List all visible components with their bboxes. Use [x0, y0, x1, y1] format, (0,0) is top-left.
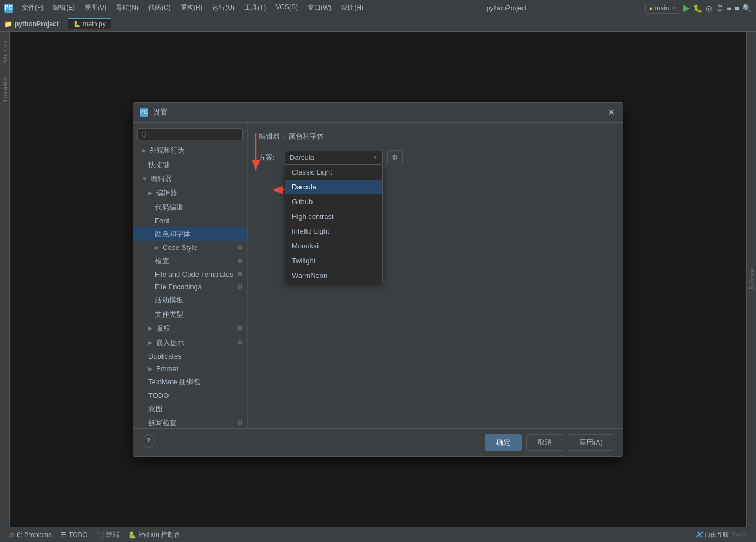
tree-item-inlay-hints[interactable]: ▶ 嵌入提示 ⚙: [133, 336, 247, 350]
scheme-dropdown-button[interactable]: Darcula ▼: [285, 151, 383, 164]
tree-item-file-templates[interactable]: File and Code Templates ⚙: [133, 268, 247, 281]
more-button[interactable]: ≡: [727, 4, 731, 13]
tree-item-colors-fonts[interactable]: 颜色和字体: [133, 227, 247, 241]
dropdown-item-classic[interactable]: Classic Light: [285, 165, 382, 180]
run-button[interactable]: ▶: [683, 3, 690, 13]
copyright-badge: ⚙: [237, 325, 243, 332]
logo-icon: ✕: [694, 529, 703, 541]
menu-code[interactable]: 代码(C): [144, 2, 175, 14]
dropdown-item-github[interactable]: Github: [285, 194, 382, 209]
file-tab[interactable]: 🐍 main.py: [68, 18, 111, 29]
dropdown-item-monokai[interactable]: Monokai: [285, 239, 382, 253]
code-style-badge: ⚙: [237, 244, 243, 251]
logo-text: 自由互联: [705, 531, 729, 539]
menu-run[interactable]: 运行(U): [208, 2, 239, 14]
search-button[interactable]: 🔍: [742, 4, 752, 13]
search-area: [133, 125, 247, 144]
profile-button[interactable]: ⏱: [716, 4, 723, 13]
structure-tab[interactable]: Structure: [1, 37, 9, 66]
dialog-titlebar: PC 设置 ✕: [133, 103, 623, 123]
tree-item-appearance[interactable]: ▶ 外观和行为: [133, 144, 247, 158]
expand-arrow: ▼: [142, 176, 147, 182]
tabbar: 📁 pythonProject 🐍 main.py: [0, 16, 756, 32]
dropdown-item-warmneon[interactable]: WarmNeon: [285, 268, 382, 283]
tree-item-todo[interactable]: TODO: [133, 389, 247, 402]
tree-item-textmate[interactable]: TextMate 捆绑包: [133, 375, 247, 389]
tree-item-font[interactable]: Font: [133, 215, 247, 227]
tree-item-spellcheck[interactable]: 拼写检查 ⚙: [133, 416, 247, 428]
tree-item-code-editing[interactable]: 代码编辑: [133, 200, 247, 215]
terminal-icon: ⬛: [96, 531, 104, 539]
app-icon: PC: [4, 4, 13, 13]
templates-badge: ⚙: [237, 271, 243, 278]
dialog-body: ▶ 外观和行为 快捷键 ▼ 编辑器 ▶ 编辑器: [133, 123, 623, 428]
apply-button[interactable]: 应用(A): [568, 434, 614, 451]
cancel-button[interactable]: 取消: [526, 434, 563, 451]
tree-item-editor-sub[interactable]: ▶ 编辑器: [133, 186, 247, 200]
dialog-close-button[interactable]: ✕: [605, 107, 616, 118]
debug-button[interactable]: 🐛: [693, 4, 703, 13]
menu-edit[interactable]: 编辑(E): [49, 2, 79, 14]
logo-subtitle: 无辅镜: [731, 531, 747, 539]
tree-item-file-types[interactable]: 文件类型: [133, 307, 247, 321]
titlebar: PC 文件(F) 编辑(E) 视图(V) 导航(N) 代码(C) 重构(R) 运…: [0, 0, 756, 16]
tree-item-editor-root[interactable]: ▼ 编辑器: [133, 172, 247, 186]
dropdown-arrow: ▼: [373, 154, 378, 160]
menu-navigate[interactable]: 导航(N): [112, 2, 143, 14]
tree-item-file-encodings[interactable]: File Encodings ⚙: [133, 281, 247, 293]
scheme-gear-button[interactable]: ⚙: [387, 150, 403, 165]
tree-item-emmet[interactable]: ▶ Emmet: [133, 362, 247, 375]
run-selector[interactable]: ● main ▼: [645, 3, 681, 14]
menu-refactor[interactable]: 重构(R): [176, 2, 207, 14]
collapse-arrow-sub: ▶: [148, 190, 153, 196]
dropdown-item-darcula[interactable]: Darcula: [285, 180, 382, 194]
scheme-select: Darcula ▼ Classic Light Darcula Github H…: [285, 151, 383, 164]
spell-badge: ⚙: [237, 419, 243, 426]
confirm-button[interactable]: 确定: [485, 434, 522, 451]
main-layout: Structure Favorites PC 设置 ✕: [0, 32, 756, 527]
tree-item-copyright[interactable]: ▶ 版权 ⚙: [133, 321, 247, 336]
tree-item-live-templates[interactable]: 活动模板: [133, 293, 247, 307]
dialog-title: 设置: [153, 108, 168, 117]
dropdown-item-intellij[interactable]: IntelliJ Light: [285, 224, 382, 239]
coverage-button[interactable]: ◎: [706, 4, 712, 13]
emmet-arrow: ▶: [148, 366, 153, 372]
window-title: pythonProject: [368, 4, 645, 12]
python-console-label: Python 控制台: [139, 530, 181, 539]
todo-item[interactable]: ☰ TODO: [56, 531, 92, 539]
menu-vcs[interactable]: VCS(S): [271, 2, 302, 14]
tree-item-shortcuts[interactable]: 快捷键: [133, 158, 247, 172]
python-icon: 🐍: [128, 531, 136, 539]
menu-tools[interactable]: 工具(T): [240, 2, 270, 14]
favorites-tab[interactable]: Favorites: [1, 75, 9, 104]
tree-item-duplicates[interactable]: Duplicates: [133, 350, 247, 362]
dialog-content: 编辑器 › 颜色和字体 方案: Darcula ▼: [248, 123, 623, 428]
inlay-arrow: ▶: [148, 340, 153, 346]
dialog-footer: ? 确定 取消 应用(A): [133, 428, 623, 456]
tree-item-inspection[interactable]: 检查 ⚙: [133, 254, 247, 268]
menu-view[interactable]: 视图(V): [80, 2, 111, 14]
problems-label: 6: Problems: [17, 531, 52, 539]
help-button[interactable]: ?: [142, 434, 155, 448]
menu-help[interactable]: 帮助(H): [337, 2, 368, 14]
menu-window[interactable]: 窗口(W): [303, 2, 335, 14]
search-input[interactable]: [137, 128, 243, 140]
dropdown-item-high-contrast[interactable]: High contrast: [285, 209, 382, 224]
scheme-value: Darcula: [290, 153, 314, 162]
stop-button[interactable]: ■: [735, 4, 739, 13]
terminal-item[interactable]: ⬛ 终端: [92, 530, 124, 539]
project-tab[interactable]: 📁 pythonProject: [4, 20, 59, 28]
tree-item-intentions[interactable]: 意图: [133, 402, 247, 416]
tree-item-code-style[interactable]: ▶ Code Style ⚙: [133, 241, 247, 254]
python-console-item[interactable]: 🐍 Python 控制台: [124, 530, 185, 539]
code-style-arrow: ▶: [155, 245, 159, 251]
sciview-label[interactable]: SciView: [748, 269, 755, 290]
scheme-label: 方案:: [259, 153, 280, 163]
settings-dialog: PC 设置 ✕ ▶ 外观和行为: [133, 102, 623, 457]
menu-file[interactable]: 文件(F): [17, 2, 47, 14]
problems-item[interactable]: ⚠ 6: Problems: [4, 531, 56, 539]
dialog-overlay: PC 设置 ✕ ▶ 外观和行为: [10, 32, 746, 527]
terminal-label: 终端: [106, 530, 119, 539]
dropdown-item-twilight[interactable]: Twilight: [285, 253, 382, 268]
dialog-sidebar: ▶ 外观和行为 快捷键 ▼ 编辑器 ▶ 编辑器: [133, 123, 248, 428]
